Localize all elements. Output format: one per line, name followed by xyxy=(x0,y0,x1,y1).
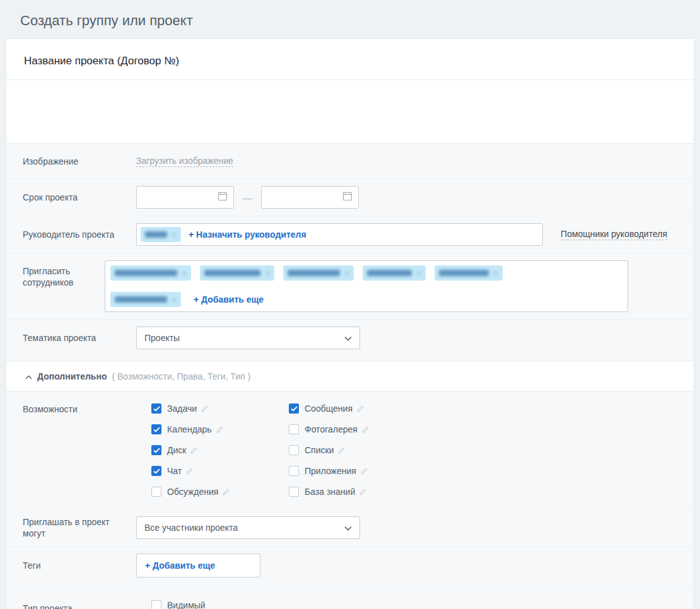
assign-manager-link[interactable]: + Назначить руководителя xyxy=(189,229,306,240)
invite-label: Пригласить сотрудников xyxy=(23,260,105,288)
manager-pill-blurred[interactable]: × xyxy=(141,227,181,242)
features-label: Возможности xyxy=(23,398,136,415)
create-group-page: Создать группу или проект Изображение За… xyxy=(0,0,700,609)
tags-box[interactable]: + Добавить еще xyxy=(136,554,260,577)
project-type-item: Видимый xyxy=(151,600,209,609)
edit-pencil-icon[interactable] xyxy=(186,468,193,475)
tags-label: Теги xyxy=(23,560,136,571)
project-type-row: Тип проекта ВидимыйОткрытый xyxy=(6,591,694,609)
theme-label: Тематика проекта xyxy=(23,332,136,344)
project-name-row xyxy=(6,39,694,80)
invite-rights-select[interactable]: Все участники проекта xyxy=(136,516,360,539)
manager-assistants-link[interactable]: Помощники руководителя xyxy=(561,229,667,240)
form-panel-extra: Возможности ЗадачиСообщенияКалендарьФото… xyxy=(6,391,694,609)
features-row: Возможности ЗадачиСообщенияКалендарьФото… xyxy=(6,392,694,509)
project-type-label: Тип проекта xyxy=(23,598,136,609)
date-to-input[interactable] xyxy=(261,186,359,209)
edit-pencil-icon[interactable] xyxy=(338,447,345,454)
employee-pill-blurred[interactable]: × xyxy=(110,265,191,281)
invite-rights-row: Приглашать в проект могут Все участники … xyxy=(6,509,694,547)
employee-pill-blurred[interactable]: × xyxy=(110,292,181,307)
project-type-label-text: Видимый xyxy=(167,600,206,609)
feature-checkbox[interactable] xyxy=(151,466,161,476)
upload-image-link[interactable]: Загрузить изображение xyxy=(136,156,233,167)
feature-label: Календарь xyxy=(167,424,212,434)
edit-pencil-icon[interactable] xyxy=(362,426,369,433)
feature-checkbox[interactable] xyxy=(151,445,161,455)
feature-label: База знаний xyxy=(305,487,355,497)
feature-checkbox[interactable] xyxy=(289,403,299,414)
invite-add-more-link[interactable]: + Добавить еще xyxy=(194,294,264,304)
extra-toggle[interactable]: Дополнительно ( Возможности, Права, Теги… xyxy=(6,361,694,391)
page-title: Создать группу или проект xyxy=(0,0,700,39)
feature-item: Диск xyxy=(151,444,289,456)
add-tag-link[interactable]: + Добавить еще xyxy=(145,560,215,571)
project-type-checkbox[interactable] xyxy=(151,600,161,609)
feature-item: Списки xyxy=(289,444,453,456)
invite-pills-wrap: ××××××+ Добавить еще xyxy=(110,265,622,307)
employee-pill-blurred[interactable]: × xyxy=(363,265,426,281)
form-panel-main: Изображение Загрузить изображение Срок п… xyxy=(6,143,694,361)
feature-item: Календарь xyxy=(151,423,289,436)
feature-item: Задачи xyxy=(151,402,289,415)
extra-toggle-hint: ( Возможности, Права, Теги, Тип ) xyxy=(112,371,250,381)
manager-row: Руководитель проекта × + Назначить руков… xyxy=(6,216,694,253)
theme-select-value: Проекты xyxy=(144,333,180,343)
project-name-input[interactable] xyxy=(23,54,677,68)
calendar-icon xyxy=(342,191,353,204)
manager-input[interactable]: × + Назначить руководителя xyxy=(136,223,543,246)
feature-label: Фотогалерея xyxy=(305,424,358,434)
feature-checkbox[interactable] xyxy=(151,487,161,497)
extra-toggle-label: Дополнительно xyxy=(37,371,107,381)
feature-label: Диск xyxy=(167,445,186,455)
feature-label: Сообщения xyxy=(305,403,353,414)
manager-label: Руководитель проекта xyxy=(23,229,136,240)
chevron-down-icon xyxy=(344,523,352,533)
employee-pill-blurred[interactable]: × xyxy=(435,265,503,281)
feature-item: Фотогалерея xyxy=(289,423,453,436)
period-row: Срок проекта — xyxy=(6,179,694,216)
feature-item: Чат xyxy=(151,465,289,477)
feature-checkbox[interactable] xyxy=(289,424,299,434)
feature-label: Обсуждения xyxy=(167,487,218,497)
employee-pill-blurred[interactable]: × xyxy=(283,265,354,281)
feature-checkbox[interactable] xyxy=(151,403,161,414)
edit-pencil-icon[interactable] xyxy=(361,468,368,475)
feature-checkbox[interactable] xyxy=(289,466,299,476)
invite-row: Пригласить сотрудников ××××××+ Добавить … xyxy=(6,253,694,320)
image-row: Изображение Загрузить изображение xyxy=(6,144,694,179)
project-form-card: Изображение Загрузить изображение Срок п… xyxy=(6,39,694,609)
calendar-icon xyxy=(218,191,228,204)
features-grid: ЗадачиСообщенияКалендарьФотогалереяДискС… xyxy=(136,398,453,502)
project-description-area[interactable] xyxy=(6,80,694,143)
employee-pill-blurred[interactable]: × xyxy=(200,265,274,281)
feature-item: Приложения xyxy=(289,465,453,477)
edit-pencil-icon[interactable] xyxy=(223,489,230,496)
invite-employees-box[interactable]: ××××××+ Добавить еще xyxy=(105,260,628,312)
edit-pencil-icon[interactable] xyxy=(201,405,208,412)
feature-label: Списки xyxy=(305,445,334,455)
edit-pencil-icon[interactable] xyxy=(359,489,366,496)
feature-checkbox[interactable] xyxy=(151,424,161,434)
edit-pencil-icon[interactable] xyxy=(216,426,223,433)
feature-item: Сообщения xyxy=(289,402,453,415)
feature-checkbox[interactable] xyxy=(289,445,299,455)
period-field: — xyxy=(136,186,359,209)
feature-item: База знаний xyxy=(289,485,453,498)
edit-pencil-icon[interactable] xyxy=(190,447,197,454)
invite-rights-value: Все участники проекта xyxy=(144,523,238,533)
period-separator: — xyxy=(243,192,252,203)
image-label: Изображение xyxy=(23,156,136,167)
feature-checkbox[interactable] xyxy=(289,487,299,497)
date-from-input[interactable] xyxy=(136,186,234,209)
chevron-up-icon xyxy=(25,371,32,382)
edit-pencil-icon[interactable] xyxy=(357,405,364,412)
feature-label: Приложения xyxy=(305,466,356,476)
theme-row: Тематика проекта Проекты xyxy=(6,320,694,361)
project-theme-select[interactable]: Проекты xyxy=(136,327,360,349)
feature-label: Задачи xyxy=(167,403,197,414)
feature-label: Чат xyxy=(167,466,182,476)
chevron-down-icon xyxy=(344,333,352,343)
invite-rights-label: Приглашать в проект могут xyxy=(23,516,136,539)
manager-field: × + Назначить руководителя Помощники рук… xyxy=(136,223,677,246)
